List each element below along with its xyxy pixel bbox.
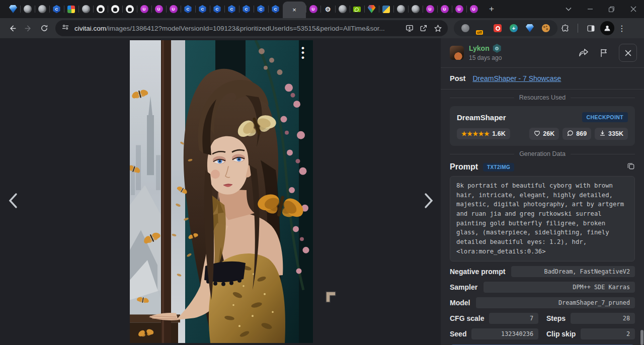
- browser-tab[interactable]: U: [423, 1, 437, 18]
- generation-field-grid-row: CFG scale7Steps28: [450, 313, 635, 324]
- browser-tab[interactable]: [335, 1, 350, 18]
- close-tab-icon[interactable]: ×: [292, 6, 296, 14]
- globe-favicon: [24, 5, 32, 13]
- flame-off-extension-icon[interactable]: off: [477, 24, 486, 32]
- address-bar[interactable]: civitai.com/images/1386412?modelVersionI…: [55, 20, 448, 36]
- heart-stat-chip[interactable]: 26K: [529, 128, 559, 140]
- tab-search-button[interactable]: [557, 0, 579, 18]
- new-tab-button[interactable]: +: [484, 2, 499, 17]
- browser-tab[interactable]: U: [151, 1, 166, 18]
- resource-card[interactable]: DreamShaper CHECKPOINT ★★★★★ 1.6K 26K869…: [450, 106, 635, 146]
- field-value[interactable]: DPM++ SDE Karras: [484, 282, 635, 293]
- copy-generation-data-icon[interactable]: [627, 162, 635, 172]
- github-favicon: [111, 5, 119, 13]
- extensions-puzzle-icon[interactable]: [557, 21, 573, 36]
- txt2img-badge: TXT2IMG: [483, 163, 514, 171]
- browser-menu-icon[interactable]: ⋮: [616, 24, 627, 33]
- browser-tab[interactable]: U: [466, 1, 481, 18]
- browser-tab[interactable]: [364, 1, 379, 18]
- panel-scrollbar-thumb[interactable]: [640, 330, 643, 345]
- browser-tab[interactable]: [350, 1, 364, 18]
- field-value[interactable]: BadDream, FastNegativeV2: [511, 266, 635, 277]
- globe-dim-extension-icon[interactable]: [461, 24, 469, 32]
- browser-tab[interactable]: C: [268, 1, 283, 18]
- rating-chip[interactable]: ★★★★★ 1.6K: [457, 128, 510, 139]
- post-link[interactable]: DreamShaper - 7 Showcase: [472, 74, 561, 82]
- gem-extension-icon[interactable]: [526, 24, 534, 32]
- author-username[interactable]: Lykon: [469, 44, 490, 52]
- plus-icon: +: [489, 4, 494, 14]
- side-panel-icon[interactable]: [583, 21, 598, 36]
- globe-plus-extension-icon[interactable]: +: [510, 24, 518, 32]
- generation-field-cell: Seed132340236: [450, 328, 538, 339]
- github-favicon: [126, 5, 134, 13]
- browser-tab[interactable]: U: [306, 1, 320, 18]
- forward-button[interactable]: [20, 20, 36, 36]
- field-value[interactable]: DreamShaper_7_pruned: [476, 297, 635, 308]
- field-label: Sampler: [450, 283, 477, 291]
- browser-tab[interactable]: C: [224, 1, 239, 18]
- browser-tab[interactable]: [108, 1, 122, 18]
- pinned-tab[interactable]: [6, 1, 20, 18]
- restore-button[interactable]: [601, 0, 622, 18]
- close-window-button[interactable]: [622, 0, 644, 18]
- back-button[interactable]: [4, 20, 20, 36]
- comment-stat-chip[interactable]: 869: [562, 128, 591, 140]
- browser-tab[interactable]: C: [181, 1, 195, 18]
- browser-tab[interactable]: [393, 1, 408, 18]
- field-value[interactable]: 2: [581, 328, 635, 339]
- browser-tab[interactable]: [93, 1, 108, 18]
- field-label: Seed: [450, 330, 466, 338]
- browser-tab[interactable]: [122, 1, 137, 18]
- share-icon[interactable]: [576, 45, 592, 61]
- red-ring-icon: [494, 24, 502, 32]
- globe-favicon: [38, 5, 46, 13]
- field-value[interactable]: 28: [571, 313, 635, 324]
- bookmark-star-icon[interactable]: [431, 21, 445, 35]
- browser-tab[interactable]: U: [437, 1, 452, 18]
- browser-tab[interactable]: [35, 1, 49, 18]
- browser-tab[interactable]: U: [137, 1, 151, 18]
- author-header: Lykon ⚙ 15 days ago: [441, 38, 644, 67]
- active-tab[interactable]: ×: [283, 2, 306, 18]
- ultralytics-favicon: U: [170, 5, 178, 13]
- report-flag-icon[interactable]: [596, 45, 612, 61]
- browser-tab[interactable]: [20, 1, 35, 18]
- resource-name[interactable]: DreamShaper: [457, 113, 506, 122]
- cookie-extension-icon[interactable]: [542, 24, 550, 32]
- author-avatar[interactable]: [450, 46, 464, 60]
- image-options-menu-icon[interactable]: •••: [299, 46, 306, 60]
- field-value[interactable]: 7: [489, 313, 538, 324]
- prev-image-button[interactable]: [3, 191, 23, 211]
- cursor-artifact: [326, 291, 337, 305]
- panel-scroll-area[interactable]: Resources Used DreamShaper CHECKPOINT ★★…: [441, 90, 644, 345]
- browser-tab[interactable]: ⚙: [320, 1, 335, 18]
- reload-button[interactable]: [36, 20, 52, 36]
- browser-tab[interactable]: [408, 1, 423, 18]
- generated-image[interactable]: [130, 40, 313, 343]
- browser-tab[interactable]: C: [195, 1, 210, 18]
- minimize-button[interactable]: [579, 0, 601, 18]
- site-info-icon[interactable]: [61, 23, 69, 33]
- globe-favicon: [82, 5, 90, 13]
- install-app-icon[interactable]: [403, 21, 417, 35]
- share-page-icon[interactable]: [417, 21, 431, 35]
- browser-tab[interactable]: C: [254, 1, 268, 18]
- red-ring-extension-icon[interactable]: [494, 24, 502, 32]
- browser-tab[interactable]: C: [239, 1, 254, 18]
- generation-field-row: Negative promptBadDream, FastNegativeV2: [450, 266, 635, 277]
- next-image-button[interactable]: [419, 191, 439, 211]
- browser-tab[interactable]: U: [452, 1, 466, 18]
- field-value[interactable]: 132340236: [471, 328, 538, 339]
- download-stat-chip[interactable]: 335K: [595, 128, 628, 140]
- prompt-text[interactable]: 8k portrait of beautiful cyborg with bro…: [450, 176, 635, 262]
- browser-tab[interactable]: C: [49, 1, 64, 18]
- browser-tab[interactable]: [64, 1, 78, 18]
- browser-tab[interactable]: [78, 1, 93, 18]
- browser-tab[interactable]: U: [166, 1, 181, 18]
- browser-tab[interactable]: [379, 1, 393, 18]
- image-lightbox: •••: [0, 38, 441, 345]
- profile-avatar[interactable]: [600, 21, 614, 35]
- browser-tab[interactable]: C: [210, 1, 224, 18]
- close-panel-button[interactable]: [619, 44, 637, 62]
